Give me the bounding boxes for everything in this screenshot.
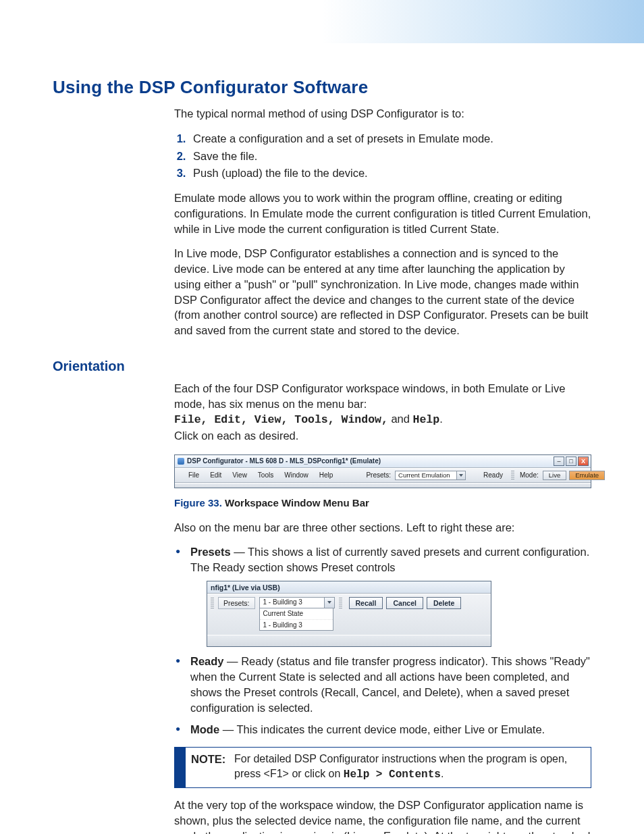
cancel-button[interactable]: Cancel — [386, 597, 423, 609]
fig33-window: DSP Configurator - MLS 608 D - MLS_DSPco… — [174, 454, 591, 488]
paragraph-live: In Live mode, DSP Configurator establish… — [174, 246, 591, 338]
fig33-caption: Figure 33. Workspace Window Menu Bar — [174, 496, 591, 511]
fig33-menubar: File Edit View Tools Window Help Presets… — [175, 468, 591, 483]
recall-button[interactable]: Recall — [349, 597, 383, 609]
menus-period: . — [439, 413, 443, 425]
step-1: Create a configuration and a set of pres… — [189, 131, 591, 147]
orientation-p3: At the very top of the workspace window,… — [174, 798, 591, 834]
bullet-mode: Mode — This indicates the current device… — [174, 722, 591, 737]
menu-view[interactable]: View — [230, 470, 249, 481]
mode-live-button[interactable]: Live — [543, 471, 566, 480]
note-box: NOTE: For detailed DSP Configurator inst… — [174, 747, 591, 788]
note-t2: . — [441, 768, 444, 779]
menu-window[interactable]: Window — [282, 470, 311, 481]
orientation-p1: Each of the four DSP Configurator worksp… — [174, 381, 591, 444]
grip-icon — [511, 471, 514, 480]
section-bullets: Presets — This shows a list of currently… — [174, 544, 591, 737]
menus-and: and — [388, 413, 413, 425]
ready-label: Ready — [481, 471, 506, 480]
preset-option-b3[interactable]: 1 - Building 3 — [260, 620, 333, 631]
presets-detail-combo[interactable]: 1 - Building 3 — [259, 597, 335, 608]
presets-dropdown: Current State 1 - Building 3 — [259, 608, 333, 631]
orientation-p1-text: Each of the four DSP Configurator worksp… — [174, 382, 565, 410]
step-3: Push (upload) the file to the device. — [189, 165, 591, 181]
mode-desc: — This indicates the current device mode… — [219, 723, 545, 735]
presets-label: Presets: — [365, 471, 392, 480]
fig33-titlebar: DSP Configurator - MLS 608 D - MLS_DSPco… — [175, 455, 591, 468]
orientation-title: Orientation — [53, 359, 591, 374]
minimize-button[interactable]: – — [554, 457, 564, 466]
menus-mono: File, Edit, View, Tools, Window, — [174, 413, 388, 426]
section-title: Using the DSP Configurator Software — [53, 77, 591, 98]
presets-detail-value: 1 - Building 3 — [260, 598, 324, 607]
presets-combo[interactable]: Current Emulation — [395, 471, 466, 480]
mode-emulate-button[interactable]: Emulate — [569, 471, 605, 480]
menu-edit[interactable]: Edit — [208, 470, 223, 481]
orientation-p2: Also on the menu bar are three other sec… — [174, 520, 591, 536]
bullet-presets: Presets — This shows a list of currently… — [174, 544, 591, 647]
chevron-down-icon[interactable] — [324, 598, 334, 608]
term-mode: Mode — [190, 723, 219, 735]
step-2: Save the file. — [189, 149, 591, 164]
presets-detail-window: nfig1* (Live via USB) Presets: 1 - Build… — [207, 581, 491, 648]
menus-help: Help — [413, 413, 440, 426]
menu-help[interactable]: Help — [317, 470, 336, 481]
note-mono: Help > Contents — [344, 768, 441, 781]
presets-value: Current Emulation — [396, 471, 456, 479]
menu-file[interactable]: File — [186, 470, 201, 481]
orientation-p1c: Click on each as desired. — [174, 429, 298, 442]
close-button[interactable]: X — [578, 457, 589, 466]
ready-desc: — Ready (status and file transfer progre… — [190, 655, 590, 713]
app-icon — [178, 458, 184, 465]
paragraph-emulate: Emulate mode allows you to work within t… — [174, 190, 591, 236]
steps-list: Create a configuration and a set of pres… — [174, 131, 591, 181]
maximize-button[interactable]: □ — [566, 457, 576, 466]
fig33-title: Workspace Window Menu Bar — [225, 497, 369, 509]
chevron-down-icon[interactable] — [456, 471, 465, 479]
preset-option-current[interactable]: Current State — [260, 608, 333, 620]
menu-tools[interactable]: Tools — [256, 470, 275, 481]
grip-icon — [339, 598, 342, 608]
grip-icon — [211, 598, 214, 608]
presets-detail-label: Presets: — [218, 597, 255, 609]
presets-bottom — [207, 635, 491, 646]
presets-detail-title: nfig1* (Live via USB) — [207, 581, 491, 594]
note-label: NOTE: — [191, 752, 226, 782]
fig33-title-text: DSP Configurator - MLS 608 D - MLS_DSPco… — [187, 457, 381, 466]
term-ready: Ready — [190, 655, 224, 667]
header-gradient — [0, 0, 644, 43]
bullet-ready: Ready — Ready (status and file transfer … — [174, 654, 591, 715]
delete-button[interactable]: Delete — [427, 597, 462, 609]
intro-paragraph: The typical normal method of using DSP C… — [174, 106, 591, 122]
fig33-bottom — [175, 483, 591, 488]
mode-label: Mode: — [518, 471, 540, 480]
presets-segment: Presets: Current Emulation — [365, 471, 466, 480]
menu-list: File Edit View Tools Window Help — [184, 470, 338, 481]
mode-segment: Mode: Live Emulate — [510, 471, 606, 480]
fig33-number: Figure 33. — [174, 497, 222, 509]
presets-desc: — This shows a list of currently saved p… — [190, 546, 589, 573]
note-text: For detailed DSP Configurator instructio… — [234, 752, 584, 782]
term-presets: Presets — [190, 546, 231, 558]
